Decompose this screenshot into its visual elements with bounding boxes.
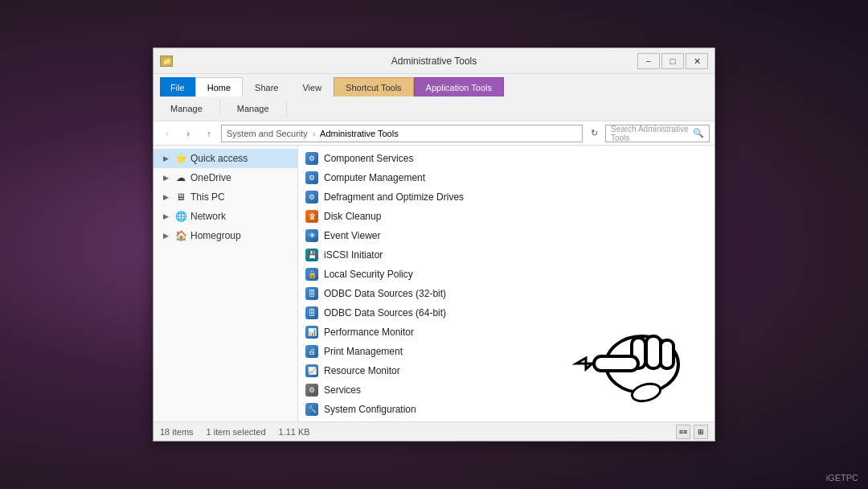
list-item[interactable]: 🔧 System Configuration <box>298 400 714 419</box>
ribbon: File Home Share View Shortcut Tools Appl… <box>154 74 714 121</box>
file-name: iSCSI Initiator <box>324 249 383 261</box>
list-item[interactable]: 📊 Performance Monitor <box>298 323 714 342</box>
large-icons-view-button[interactable]: ⊞ <box>694 425 708 439</box>
up-button[interactable]: ↑ <box>200 125 218 142</box>
expand-arrow: ▶ <box>163 154 171 162</box>
file-name: Component Services <box>324 153 413 164</box>
file-name: Services <box>324 384 361 396</box>
manage-section-1: Manage <box>160 100 220 117</box>
window-icon: 📁 <box>160 55 173 67</box>
explorer-window: 📁 Administrative Tools − □ ✕ File Home S… <box>153 47 715 442</box>
file-name: Resource Monitor <box>324 365 400 376</box>
forward-button[interactable]: › <box>179 125 197 142</box>
file-name: Disk Cleanup <box>324 211 381 222</box>
address-path[interactable]: System and Security › Administrative Too… <box>221 125 583 142</box>
search-box[interactable]: Search Administrative Tools 🔍 <box>605 125 710 142</box>
manage-button-2[interactable]: Manage <box>227 100 280 117</box>
window-controls: − □ ✕ <box>637 53 708 69</box>
sidebar-item-homegroup[interactable]: ▶ 🏠 Homegroup <box>154 226 297 245</box>
list-item[interactable]: 📈 Resource Monitor <box>298 361 714 380</box>
tab-app-tools[interactable]: Application Tools <box>414 77 504 97</box>
file-icon: 📈 <box>305 364 319 377</box>
file-name: Performance Monitor <box>324 327 414 338</box>
list-item[interactable]: 🖨 Print Management <box>298 342 714 361</box>
list-item[interactable]: 💾 iSCSI Initiator <box>298 245 714 265</box>
ribbon-tabs: File Home Share View Shortcut Tools Appl… <box>154 74 714 97</box>
tab-view[interactable]: View <box>290 77 334 97</box>
main-area: ▶ ⭐ Quick access ▶ ☁ OneDrive ▶ 🖥 This P… <box>154 146 714 421</box>
file-icon: ⚙ <box>305 191 319 203</box>
tab-share[interactable]: Share <box>243 77 290 97</box>
file-size: 1.11 KB <box>279 427 310 437</box>
expand-arrow: ▶ <box>163 232 171 240</box>
sidebar-item-this-pc[interactable]: ▶ 🖥 This PC <box>154 187 297 207</box>
item-count: 18 items <box>160 427 194 437</box>
file-name: Local Security Policy <box>324 269 413 280</box>
file-name: ODBC Data Sources (64-bit) <box>324 307 446 318</box>
title-bar-icons: 📁 <box>160 55 173 67</box>
quick-access-icon: ⭐ <box>174 152 187 165</box>
file-name: Print Management <box>324 346 403 357</box>
list-item[interactable]: ⚙ Component Services <box>298 149 714 168</box>
sidebar-item-label: Network <box>190 211 226 222</box>
list-item[interactable]: ⚙ Services <box>298 380 714 400</box>
onedrive-icon: ☁ <box>174 171 187 184</box>
list-item[interactable]: 🔒 Local Security Policy <box>298 265 714 284</box>
back-button[interactable]: ‹ <box>158 125 176 142</box>
tab-file[interactable]: File <box>160 77 195 97</box>
expand-arrow: ▶ <box>163 174 171 182</box>
file-icon: 🗄 <box>305 306 319 319</box>
status-bar: 18 items 1 item selected 1.11 KB ≡≡ ⊞ <box>154 421 714 441</box>
file-name: ODBC Data Sources (32-bit) <box>324 288 446 299</box>
sidebar-item-label: OneDrive <box>190 172 231 183</box>
breadcrumb: System and Security › Administrative Too… <box>227 129 399 138</box>
file-icon: ⚙ <box>305 171 319 184</box>
list-item[interactable]: 🗑 Disk Cleanup <box>298 207 714 226</box>
file-icon: 🗑 <box>305 210 319 223</box>
file-icon: 🔧 <box>305 403 319 416</box>
sidebar: ▶ ⭐ Quick access ▶ ☁ OneDrive ▶ 🖥 This P… <box>154 146 298 421</box>
list-item[interactable]: ⚙ Defragment and Optimize Drives <box>298 187 714 207</box>
sidebar-item-onedrive[interactable]: ▶ ☁ OneDrive <box>154 168 297 187</box>
details-view-button[interactable]: ≡≡ <box>676 425 690 439</box>
file-icon: 🔒 <box>305 268 319 281</box>
search-icon: 🔍 <box>693 128 704 138</box>
file-icon: 🖨 <box>305 345 319 358</box>
selection-info: 1 item selected <box>207 427 266 437</box>
refresh-button[interactable]: ↻ <box>586 125 602 142</box>
list-item[interactable]: 🗄 ODBC Data Sources (64-bit) <box>298 303 714 323</box>
maximize-button[interactable]: □ <box>661 53 684 69</box>
list-item[interactable]: 👁 Event Viewer <box>298 226 714 245</box>
expand-arrow: ▶ <box>163 212 171 220</box>
file-name: System Configuration <box>324 404 416 415</box>
minimize-button[interactable]: − <box>637 53 660 69</box>
ribbon-toolbar: Manage Manage <box>154 97 714 121</box>
sidebar-item-network[interactable]: ▶ 🌐 Network <box>154 207 297 226</box>
network-icon: 🌐 <box>174 210 187 223</box>
file-icon: ⚙ <box>305 152 319 165</box>
tab-shortcut-tools[interactable]: Shortcut Tools <box>334 77 414 97</box>
manage-section-2: Manage <box>227 100 287 117</box>
file-icon: 📊 <box>305 326 319 339</box>
breadcrumb-current: Administrative Tools <box>320 129 399 138</box>
manage-button-1[interactable]: Manage <box>160 100 213 117</box>
title-bar: 📁 Administrative Tools − □ ✕ <box>154 48 714 74</box>
expand-arrow: ▶ <box>163 193 171 201</box>
search-placeholder: Search Administrative Tools <box>611 125 693 142</box>
list-item[interactable]: 🗄 ODBC Data Sources (32-bit) <box>298 284 714 303</box>
address-bar: ‹ › ↑ System and Security › Administrati… <box>154 121 714 146</box>
sidebar-item-label: Quick access <box>190 153 248 164</box>
file-icon: 👁 <box>305 229 319 242</box>
sidebar-item-quick-access[interactable]: ▶ ⭐ Quick access <box>154 149 297 168</box>
tab-home[interactable]: Home <box>195 77 243 97</box>
this-pc-icon: 🖥 <box>174 191 187 203</box>
homegroup-icon: 🏠 <box>174 229 187 242</box>
file-name: Computer Management <box>324 172 425 183</box>
file-icon: 🗄 <box>305 287 319 300</box>
window-title: Administrative Tools <box>391 55 477 67</box>
file-list: ⚙ Component Services ⚙ Computer Manageme… <box>298 146 714 421</box>
file-name: Event Viewer <box>324 230 380 241</box>
breadcrumb-system: System and Security <box>227 129 308 138</box>
list-item[interactable]: ⚙ Computer Management <box>298 168 714 187</box>
close-button[interactable]: ✕ <box>686 53 708 69</box>
